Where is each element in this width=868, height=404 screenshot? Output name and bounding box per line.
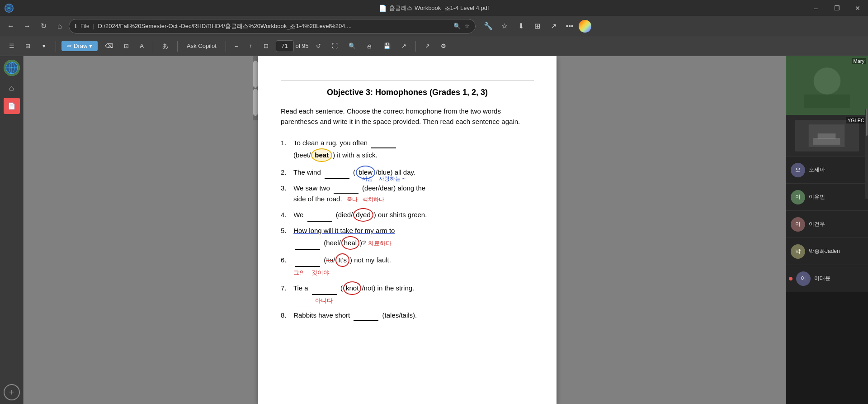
layout-button[interactable]: ⊡ <box>120 39 132 53</box>
pdf-search-button[interactable]: 🔍 <box>345 39 359 53</box>
svg-text:E: E <box>9 7 10 9</box>
apps-button[interactable]: ⊞ <box>530 19 544 33</box>
share-pdf-icon: ↗ <box>401 43 406 49</box>
address-bar[interactable]: ℹ File | D:/2024/Fall%20Semester-Oct~Dec… <box>69 19 476 33</box>
refresh-button[interactable]: ↻ <box>36 19 51 33</box>
sidebar-toggle-button[interactable]: ☰ <box>5 39 18 53</box>
participant-yubin: 이 이유빈 <box>786 184 868 211</box>
maximize-button[interactable]: ❐ <box>826 0 847 16</box>
main-content: E ⌂ 📄 + Objective 3: Homophones (Grad <box>0 56 868 404</box>
translate-button[interactable]: あ <box>159 39 172 53</box>
profile-button[interactable] <box>579 20 591 33</box>
blank-5 <box>295 249 320 250</box>
full-screen-button[interactable]: ⛶ <box>328 39 341 53</box>
sidebar-toggle-icon: ☰ <box>9 43 14 49</box>
download-button[interactable]: ⬇ <box>514 19 528 33</box>
settings-button[interactable]: ⚙ <box>437 39 450 53</box>
list-item: 3. We saw two 사슴 사랑하는 ~ (deer/dear) alon… <box>281 183 534 204</box>
right-panel-scroll-thumb[interactable] <box>866 109 868 136</box>
zoom-in-button[interactable]: + <box>245 39 256 53</box>
ask-copilot-button[interactable]: Ask Copilot <box>183 39 220 53</box>
share-button[interactable]: ↗ <box>546 19 561 33</box>
participant-name-yglec: YGLEC <box>846 117 866 124</box>
back-button[interactable]: ← <box>4 19 18 33</box>
instructions-text: Read each sentence. Choose the correct h… <box>281 106 534 127</box>
fit-page-icon: ⊡ <box>264 43 269 49</box>
sidebar-home-button[interactable]: ⌂ <box>4 80 20 96</box>
favorites-button[interactable]: ☆ <box>497 19 512 33</box>
pdf-scrollbar[interactable] <box>253 56 258 120</box>
korean-annotation-saekchihada: 색치하다 <box>363 196 384 203</box>
text-icon: A <box>140 43 144 49</box>
scroll-thumb-bottom[interactable] <box>253 89 258 116</box>
pdf-search-icon: 🔍 <box>349 43 356 49</box>
extensions-button[interactable]: 🔧 <box>481 19 495 33</box>
pdf-page: Objective 3: Homophones (Grades 1, 2, 3)… <box>258 56 557 404</box>
scroll-thumb-top[interactable] <box>253 61 258 88</box>
user-avatar[interactable]: E <box>4 60 20 76</box>
list-item: 1. To clean a rug, you often (beet/beat)… <box>281 138 534 162</box>
rotate-button[interactable]: ↺ <box>312 39 325 53</box>
home-icon: ⌂ <box>9 83 14 93</box>
share-pdf-button[interactable]: ↗ <box>398 39 410 53</box>
sidebar-pdf-button[interactable]: 📄 <box>4 98 20 114</box>
toolbar-separator-1 <box>56 41 56 52</box>
search-icon: 🔍 <box>453 23 461 29</box>
thumbnails-button[interactable]: ⊟ <box>22 39 34 53</box>
thumbnails-icon: ⊟ <box>25 43 30 49</box>
list-item: 7. Tie a (knot/not) in the string. 아니다 <box>281 281 534 306</box>
save-button[interactable]: 💾 <box>380 39 394 53</box>
right-panel-scrollbar[interactable] <box>865 109 868 199</box>
sidebar-add-button[interactable]: + <box>4 384 20 400</box>
svg-rect-11 <box>813 138 840 145</box>
participant-avatar-jaden: 박 <box>791 244 805 259</box>
korean-annotation-anida: 아니다 <box>313 297 333 304</box>
annotation-dyed: dyed <box>353 208 373 222</box>
exercise-list: 1. To clean a rug, you often (beet/beat)… <box>281 138 534 321</box>
mic-indicator-icon <box>789 277 793 280</box>
pdf-icon: 📄 <box>379 5 387 12</box>
home-button[interactable]: ⌂ <box>52 19 67 33</box>
full-screen-icon: ⛶ <box>332 43 338 49</box>
forward-button[interactable]: → <box>20 19 34 33</box>
page-total: of 95 <box>296 43 309 49</box>
svg-point-6 <box>814 67 841 95</box>
left-sidebar: E ⌂ 📄 + <box>0 56 24 404</box>
text-button[interactable]: A <box>136 39 147 53</box>
eraser-button[interactable]: ⌫ <box>101 39 117 53</box>
expand-button[interactable]: ↗ <box>421 39 434 53</box>
participants-panel: Mary YGLEC 오 오세아 <box>786 56 868 404</box>
window-title: 📄 홈클래스 Workbook_초1-4 Level 4.pdf <box>379 4 489 12</box>
participant-keonwoo: 이 이건우 <box>786 211 868 238</box>
participant-jaden: 박 박종화Jaden <box>786 238 868 265</box>
browser-toolbar-icons: 🔧 ☆ ⬇ ⊞ ↗ ••• <box>481 19 591 33</box>
minimize-button[interactable]: – <box>806 0 826 16</box>
objective-heading: Objective 3: Homophones (Grades 1, 2, 3) <box>281 88 534 97</box>
zoom-out-button[interactable]: – <box>231 39 242 53</box>
pdf-view: Objective 3: Homophones (Grades 1, 2, 3)… <box>24 56 786 404</box>
blank-4 <box>307 221 332 222</box>
participant-label-jaden: 박종화Jaden <box>809 247 840 255</box>
participant-name-mary: Mary <box>852 58 866 64</box>
svg-rect-7 <box>804 95 850 108</box>
page-number-input[interactable] <box>276 40 294 52</box>
close-button[interactable]: ✕ <box>847 0 868 16</box>
list-item: 2. The wind (blew/blue) all day. <box>281 166 534 179</box>
korean-annotation-euigeot: 그의 것이야 <box>293 269 329 276</box>
fit-page-button[interactable]: ⊡ <box>260 39 272 53</box>
participant-label-taeyun: 이태윤 <box>814 275 830 282</box>
participant-label-osea: 오세아 <box>809 166 825 174</box>
text-mode-button[interactable]: ▾ <box>38 39 50 53</box>
zoom-out-icon: – <box>235 43 238 49</box>
list-item: 5. How long will it take for my arm to (… <box>281 225 534 250</box>
print-button[interactable]: 🖨 <box>363 39 376 53</box>
draw-button[interactable]: ✏ Draw ▾ <box>61 41 98 51</box>
zoom-in-icon: + <box>249 43 253 49</box>
star-icon[interactable]: ☆ <box>464 23 470 29</box>
more-button[interactable]: ••• <box>562 19 577 33</box>
app-logo: E <box>5 4 14 13</box>
participant-avatar-taeyun: 이 <box>796 271 811 286</box>
list-item: 6. (Its/It's) not my fault. 그의 것이야 <box>281 253 534 278</box>
annotation-its: It's <box>335 253 349 267</box>
annotation-beat: beat <box>311 148 332 162</box>
